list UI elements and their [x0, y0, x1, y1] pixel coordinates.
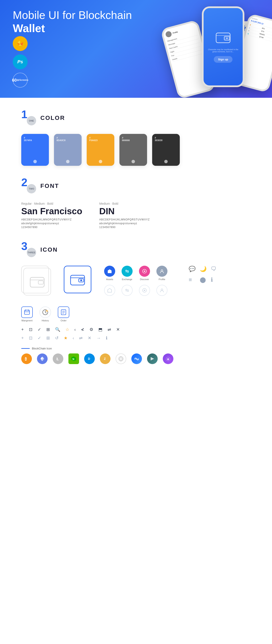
font-din-lower: abcdefghijklmnopqrstuvwxyz	[99, 222, 150, 225]
svg-marker-49	[120, 358, 122, 360]
svg-rect-10	[30, 277, 44, 287]
icon-discover-outline	[139, 285, 150, 296]
icon-top-row: Assets Exchange Discover	[21, 266, 251, 296]
waves-icon	[131, 354, 142, 364]
share-icon: ≮	[81, 327, 84, 332]
font-din-name: DIN	[99, 206, 150, 216]
blockchain-section: BlockChain Icon ₿ Ł N	[21, 347, 251, 364]
hero-badges: Ps 60+ Screens	[13, 36, 28, 88]
font-section-header: 2 TWO FONT	[21, 178, 251, 194]
font-columns: Regular · Medium · Bold San Francisco AB…	[21, 202, 251, 230]
icon-assets-outline	[104, 285, 115, 296]
zcash-icon: Z	[100, 354, 110, 364]
check-gray-icon: ✓	[38, 336, 41, 340]
swap-icon: ⇌	[108, 327, 111, 332]
matic-icon	[163, 354, 174, 364]
svg-marker-17	[108, 269, 112, 273]
section-number-1: 1 ONE	[21, 110, 36, 126]
app-icons-row: Mangment History	[21, 306, 251, 322]
main-content: 1 ONE COLOR #3574FA #8DA0C8 #F5A623 #666…	[0, 98, 272, 377]
svg-point-8	[226, 38, 228, 39]
star-icon: ☆	[66, 327, 69, 332]
nav-icons-group: Assets Exchange Discover	[104, 266, 168, 296]
color-swatches: #3574FA #8DA0C8 #F5A623 #666666 #303030	[21, 134, 251, 166]
svg-marker-38	[42, 359, 44, 361]
qr-gray-icon: ⊞	[46, 336, 50, 340]
moon-icon: 🌙	[200, 266, 206, 272]
wallet-icon	[216, 31, 230, 46]
layers-icon: ≡	[189, 276, 196, 283]
svg-point-24	[161, 289, 163, 290]
info-gray-icon: ℹ	[106, 336, 108, 340]
icon-order: Order	[58, 306, 69, 322]
icon-profile-outline	[156, 285, 168, 296]
icon-history: History	[40, 306, 51, 322]
small-icons-row-1: + ⊡ ✓ ⊞ 🔍 ☆ ‹ ≮ ⚙ ⬒ ⇌ ✕	[21, 327, 251, 332]
icon-profile: Profile	[156, 266, 168, 280]
svg-marker-37	[40, 357, 42, 360]
wallet-wireframe-icon	[30, 275, 44, 288]
icon-exchange: Exchange	[122, 266, 132, 280]
sketch-badge	[13, 36, 28, 51]
swap-gray-icon: ⇌	[79, 336, 83, 340]
back-gray-icon: ‹	[73, 336, 74, 340]
close-gray-icon: ✕	[88, 336, 92, 340]
ps-badge: Ps	[13, 54, 28, 69]
phone-mockups: Profile Management Message Red Cashit Ni…	[168, 6, 272, 92]
svg-text:D: D	[88, 357, 90, 360]
circle-icon: ⬤	[200, 276, 206, 283]
svg-point-20	[161, 270, 163, 272]
font-sf-lower: abcdefghijklmnopqrstuvwxyz	[21, 222, 82, 225]
svg-marker-39	[40, 359, 42, 361]
font-din-style: Medium · Bold	[99, 202, 150, 205]
swatch-black: #303030	[152, 134, 180, 166]
blockchain-label: BlockChain Icon	[32, 347, 52, 350]
qr-icon: ⊞	[46, 327, 50, 332]
star-filled-icon: ★	[64, 336, 68, 340]
dash-icon: D	[84, 354, 95, 364]
grid-edit-icon: ⊡	[29, 327, 32, 332]
litecoin-icon: Ł	[53, 354, 63, 364]
section-number-3: 3 THREE	[21, 242, 36, 257]
close-icon: ✕	[116, 327, 120, 332]
icon-title: ICON	[40, 246, 58, 253]
color-title: COLOR	[40, 114, 65, 121]
komodo-icon	[147, 354, 158, 364]
neo-icon: N	[68, 354, 79, 364]
nav-icons-outline	[104, 285, 168, 296]
ethereum-icon	[37, 354, 48, 364]
svg-text:₿: ₿	[25, 357, 27, 361]
icon-assets: Assets	[104, 266, 115, 280]
blockchain-label-row: BlockChain Icon	[21, 347, 251, 350]
svg-rect-25	[24, 310, 30, 314]
svg-text:Z: Z	[104, 357, 106, 360]
font-din: Medium · Bold DIN ABCDEFGHIJKLMNOPQRSTUV…	[99, 202, 150, 230]
icon-section-header: 3 THREE ICON	[21, 242, 251, 257]
icon-wireframe-container	[21, 266, 51, 296]
svg-text:N: N	[72, 358, 74, 361]
nav-icons-filled: Assets Exchange Discover	[104, 266, 168, 280]
grid-coin-icon	[116, 354, 126, 364]
refresh-gray-icon: ↺	[55, 336, 59, 340]
font-title: FONT	[40, 182, 59, 189]
svg-rect-11	[38, 281, 43, 284]
screens-badge: 60+ Screens	[13, 73, 28, 88]
phone-center: Character may be manifested in the great…	[202, 6, 244, 87]
font-sf: Regular · Medium · Bold San Francisco AB…	[21, 202, 82, 230]
svg-rect-26	[25, 310, 26, 311]
info-icon: ℹ	[211, 276, 216, 283]
svg-point-19	[144, 270, 145, 272]
icon-management: Mangment	[21, 306, 33, 322]
small-icons-row-2: + ⊡ ✓ ⊞ ↺ ★ ‹ ⇌ ✕ → ℹ	[21, 336, 251, 340]
swatch-dark-gray: #666666	[120, 134, 147, 166]
bitcoin-icon: ₿	[21, 354, 32, 364]
icon-discover: Discover	[139, 266, 150, 280]
search-icon: 🔍	[55, 327, 60, 332]
swatch-blue: #3574FA	[21, 134, 49, 166]
check-icon: ✓	[38, 327, 41, 332]
hero-title: Mobile UI for Blockchain Wallet	[13, 8, 140, 35]
font-din-nums: 1234567890	[99, 226, 150, 229]
svg-marker-21	[108, 288, 112, 292]
svg-point-15	[80, 280, 82, 281]
hero-section: Mobile UI for Blockchain Wallet UI Kit P…	[0, 0, 272, 98]
